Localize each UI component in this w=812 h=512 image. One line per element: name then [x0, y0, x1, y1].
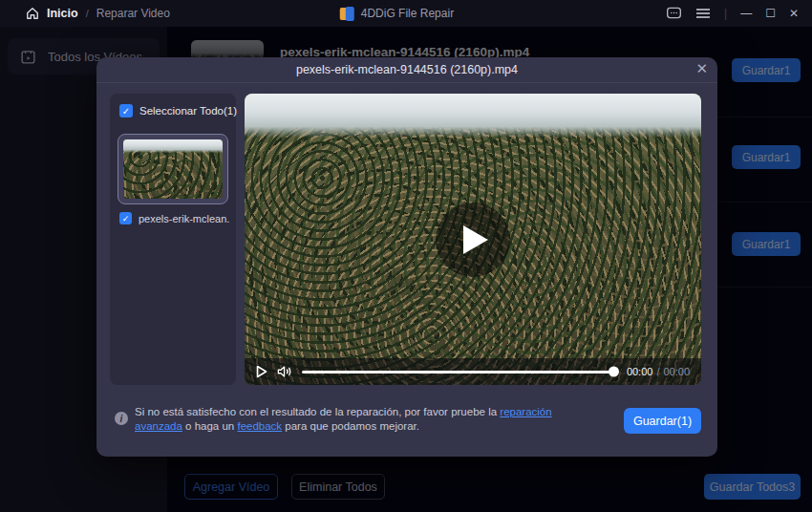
preview-dialog: pexels-erik-mclean-9144516 (2160p).mp4 ✕…: [96, 57, 717, 457]
dialog-header: pexels-erik-mclean-9144516 (2160p).mp4 ✕: [96, 57, 717, 83]
feedback-chat-icon[interactable]: [666, 7, 682, 21]
window-controls: | — ☐ ✕: [666, 7, 812, 21]
video-sky: [245, 94, 701, 138]
play-icon: [461, 224, 490, 256]
thumbnail-label: pexels-erik-mclean...: [139, 213, 230, 224]
player-controls: 00:00 / 00:00: [245, 358, 701, 385]
menu-icon[interactable]: [695, 8, 711, 19]
time-separator: /: [656, 366, 659, 377]
app-window: Inicio / Reparar Video 4DDiG File Repair…: [0, 0, 812, 512]
notice-middle: o haga un: [182, 420, 238, 432]
video-thumbnail: [123, 139, 223, 199]
breadcrumb-separator: /: [86, 8, 89, 19]
app-title: 4DDiG File Repair: [361, 7, 454, 20]
thumbnail-label-row: ✓ pexels-erik-mclean...: [119, 212, 230, 224]
time-current: 00:00: [627, 366, 653, 377]
play-control-icon[interactable]: [256, 365, 267, 378]
controls-divider: |: [724, 7, 727, 20]
maximize-button[interactable]: ☐: [765, 8, 776, 19]
home-icon[interactable]: [26, 7, 39, 20]
breadcrumb-current: Reparar Video: [96, 7, 170, 20]
notice-tail: para que podamos mejorar.: [282, 420, 419, 432]
close-window-button[interactable]: ✕: [789, 8, 799, 19]
info-icon: i: [115, 412, 128, 425]
big-play-button[interactable]: [436, 203, 510, 277]
close-dialog-button[interactable]: ✕: [695, 61, 708, 75]
dialog-title: pexels-erik-mclean-9144516 (2160p).mp4: [296, 63, 518, 76]
titlebar: Inicio / Reparar Video 4DDiG File Repair…: [0, 0, 812, 27]
video-thumbnail-card[interactable]: [118, 134, 228, 204]
time-display: 00:00 / 00:00: [627, 366, 690, 377]
notice-line1: Si no está satisfecho con el resultado d…: [135, 406, 500, 417]
feedback-link[interactable]: feedback: [237, 420, 282, 432]
seek-bar[interactable]: [302, 371, 617, 373]
app-logo-icon: [340, 7, 354, 21]
select-all-checkbox[interactable]: ✓: [119, 104, 133, 117]
save-selected-button[interactable]: Guardar(1): [624, 408, 701, 434]
breadcrumb-home[interactable]: Inicio: [47, 7, 78, 20]
select-all-row[interactable]: ✓ Seleccionar Todo(1): [110, 94, 236, 125]
volume-icon[interactable]: [277, 365, 292, 378]
video-player[interactable]: 00:00 / 00:00: [245, 94, 701, 385]
breadcrumb: Inicio / Reparar Video: [0, 7, 170, 20]
file-checkbox[interactable]: ✓: [119, 212, 132, 224]
minimize-button[interactable]: —: [740, 8, 752, 19]
repair-notice: Si no está satisfecho con el resultado d…: [135, 405, 555, 434]
seek-handle[interactable]: [609, 367, 619, 377]
app-title-group: 4DDiG File Repair: [340, 7, 454, 21]
select-all-label: Seleccionar Todo(1): [139, 105, 237, 117]
time-total: 00:00: [663, 366, 690, 377]
file-select-panel: ✓ Seleccionar Todo(1) ✓ pexels-erik-mcle…: [110, 94, 236, 385]
